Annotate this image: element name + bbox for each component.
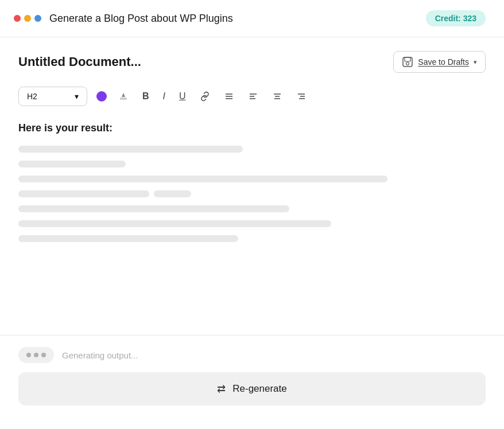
- svg-point-2: [406, 63, 409, 65]
- italic-button[interactable]: I: [161, 89, 168, 104]
- align-left-button[interactable]: [246, 89, 261, 104]
- skeleton-line: [18, 190, 149, 197]
- heading-chevron-icon: ▾: [75, 92, 79, 101]
- generating-text: Generating output...: [62, 350, 138, 360]
- underline-button[interactable]: U: [177, 89, 188, 104]
- skeleton-line: [18, 176, 387, 182]
- skeleton-line: [18, 235, 238, 242]
- page-title: Generate a Blog Post about WP Plugins: [49, 13, 233, 25]
- list-button[interactable]: [222, 89, 237, 104]
- editor-toolbar: H2 ▾ B I U: [18, 87, 486, 106]
- header-left: Generate a Blog Post about WP Plugins: [14, 13, 233, 25]
- typing-dot: [26, 353, 31, 357]
- chevron-down-icon: ▾: [474, 58, 477, 66]
- typing-dot: [34, 353, 38, 357]
- regenerate-button[interactable]: ⇄ Re-generate: [18, 372, 486, 405]
- content-area: Untitled Document... Save to Drafts ▾ H2…: [0, 37, 504, 336]
- document-title: Untitled Document...: [18, 54, 141, 69]
- skeleton-line: [18, 146, 243, 153]
- dot-yellow: [24, 15, 31, 22]
- credit-badge: Credit: 323: [426, 10, 486, 26]
- generating-row: Generating output...: [18, 347, 486, 363]
- heading-select[interactable]: H2 ▾: [18, 87, 87, 106]
- header: Generate a Blog Post about WP Plugins Cr…: [0, 0, 504, 37]
- skeleton-line: [18, 161, 126, 167]
- skeleton-line: [18, 205, 289, 212]
- save-icon: [402, 56, 413, 68]
- skeleton-content: [18, 146, 486, 242]
- link-button[interactable]: [197, 89, 212, 104]
- align-right-button[interactable]: [294, 89, 309, 104]
- bold-button[interactable]: B: [140, 89, 152, 104]
- typing-dots: [18, 347, 54, 363]
- save-to-drafts-button[interactable]: Save to Drafts ▾: [393, 51, 486, 73]
- heading-value: H2: [27, 92, 37, 101]
- highlight-button[interactable]: [116, 89, 131, 104]
- save-drafts-label: Save to Drafts: [418, 57, 469, 67]
- doc-title-row: Untitled Document... Save to Drafts ▾: [18, 51, 486, 73]
- skeleton-line: [154, 190, 191, 197]
- bottom-bar: Generating output... ⇄ Re-generate: [0, 336, 504, 417]
- regenerate-icon: ⇄: [217, 383, 226, 395]
- dot-blue: [34, 15, 41, 22]
- window-dots: [14, 15, 41, 22]
- regenerate-label: Re-generate: [232, 383, 287, 395]
- skeleton-line: [18, 220, 331, 227]
- typing-dot: [41, 353, 46, 357]
- skeleton-row: [18, 190, 486, 197]
- color-picker-button[interactable]: [96, 91, 107, 102]
- result-heading: Here is your result:: [18, 122, 486, 134]
- dot-red: [14, 15, 21, 22]
- svg-rect-3: [120, 98, 127, 100]
- align-center-button[interactable]: [270, 89, 285, 104]
- svg-rect-1: [405, 57, 410, 61]
